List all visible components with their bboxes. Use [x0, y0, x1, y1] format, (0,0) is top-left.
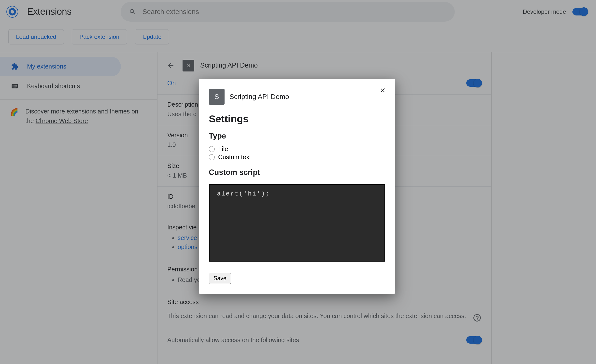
dialog-badge: S	[209, 89, 225, 105]
custom-script-textarea[interactable]	[209, 184, 385, 262]
type-heading: Type	[209, 132, 385, 140]
close-button[interactable]	[378, 85, 388, 95]
radio-custom-label: Custom text	[218, 154, 251, 161]
save-button[interactable]: Save	[209, 273, 231, 284]
dialog-heading: Settings	[209, 113, 385, 125]
radio-file[interactable]: File	[209, 145, 385, 153]
dialog-ext-name: Scripting API Demo	[229, 93, 289, 101]
close-icon	[379, 87, 386, 94]
radio-custom-input[interactable]	[209, 154, 215, 160]
dialog-header: S Scripting API Demo	[209, 89, 385, 105]
radio-file-input[interactable]	[209, 146, 215, 152]
options-dialog: S Scripting API Demo Settings Type File …	[199, 79, 395, 294]
radio-custom-text[interactable]: Custom text	[209, 154, 385, 161]
custom-script-heading: Custom script	[209, 168, 385, 177]
radio-file-label: File	[218, 145, 228, 153]
